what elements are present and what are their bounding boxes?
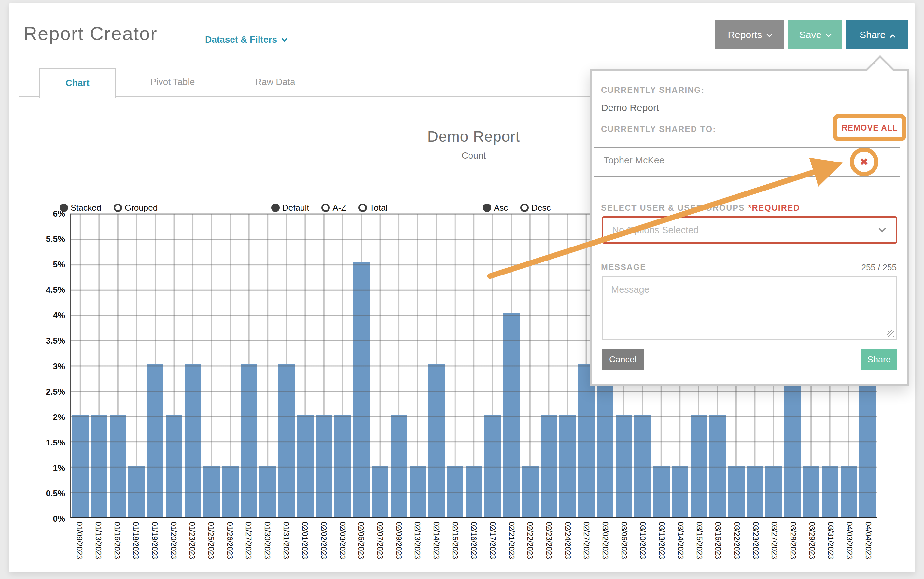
bar	[241, 364, 258, 517]
x-tick-slot: 01/25/2023	[202, 522, 220, 572]
bar-slot	[90, 214, 109, 517]
radio-unselected-icon[interactable]	[322, 203, 330, 212]
x-tick-label: 04/04/2023	[864, 522, 873, 572]
radio-unselected-icon[interactable]	[520, 203, 529, 212]
x-tick-slot: 02/09/2023	[389, 522, 408, 572]
bar	[709, 415, 726, 517]
bar-slot	[446, 214, 465, 517]
share-button[interactable]: Share	[846, 20, 908, 49]
reports-button[interactable]: Reports	[715, 20, 784, 49]
x-tick-label: 01/19/2023	[150, 522, 159, 572]
bar	[147, 364, 164, 517]
x-tick-slot: 01/30/2023	[258, 522, 277, 572]
dataset-filters-label: Dataset & Filters	[205, 34, 277, 45]
bar	[410, 466, 426, 517]
x-tick-label: 04/03/2023	[845, 522, 854, 572]
y-tick-label: 0%	[9, 514, 65, 524]
bar-slot	[315, 214, 333, 517]
x-tick-slot: 02/06/2023	[352, 522, 371, 572]
x-icon: ✖	[860, 156, 868, 168]
y-tick-label: 5%	[9, 260, 65, 270]
radio-option-label: Asc	[494, 203, 508, 213]
tab-pivot-table[interactable]: Pivot Table	[130, 69, 215, 97]
bar	[297, 415, 313, 517]
x-tick-label: 01/26/2023	[225, 522, 234, 572]
radio-option[interactable]: Stacked	[60, 203, 101, 213]
x-tick-label: 01/09/2023	[75, 522, 84, 572]
x-tick-label: 02/21/2023	[507, 522, 516, 572]
x-tick-slot: 03/10/2023	[633, 522, 652, 572]
bar-slot	[71, 214, 90, 517]
x-tick-label: 03/27/2023	[770, 522, 779, 572]
chevron-down-icon	[281, 36, 287, 42]
bar-slot	[483, 214, 502, 517]
bar-slot	[146, 214, 165, 517]
cancel-button[interactable]: Cancel	[602, 349, 644, 370]
x-tick-label: 01/25/2023	[206, 522, 215, 572]
page-title: Report Creator	[23, 19, 158, 48]
shared-report-name: Demo Report	[601, 102, 659, 113]
y-tick-label: 1%	[9, 463, 65, 473]
bar-slot	[258, 214, 278, 517]
radio-option[interactable]: Asc	[483, 203, 508, 213]
share-button-label: Share	[860, 29, 886, 40]
x-tick-slot: 01/19/2023	[145, 522, 164, 572]
user-select-dropdown[interactable]: No Options Selected	[602, 216, 897, 244]
x-tick-label: 03/02/2023	[601, 522, 609, 572]
x-tick-label: 02/24/2023	[563, 522, 572, 572]
save-button[interactable]: Save	[788, 20, 842, 49]
radio-unselected-icon[interactable]	[114, 203, 122, 212]
radio-option[interactable]: Desc	[520, 203, 550, 213]
x-tick-slot: 03/13/2023	[652, 522, 671, 572]
radio-option[interactable]: A-Z	[322, 203, 346, 213]
x-tick-slot: 01/26/2023	[220, 522, 239, 572]
x-tick-label: 03/13/2023	[657, 522, 666, 572]
x-tick-slot: 02/17/2023	[483, 522, 502, 572]
x-tick-slot: 01/23/2023	[183, 522, 202, 572]
bar	[447, 466, 464, 517]
radio-group: AscDesc	[483, 201, 551, 214]
char-counter: 255 / 255	[862, 262, 897, 273]
x-tick-slot: 02/13/2023	[408, 522, 427, 572]
x-tick-slot: 01/16/2023	[108, 522, 126, 572]
bar	[128, 466, 145, 517]
radio-option-label: Default	[282, 203, 309, 213]
x-tick-slot: 02/01/2023	[295, 522, 314, 572]
bar-slot	[427, 214, 446, 517]
remove-all-button[interactable]: REMOVE ALL	[839, 121, 901, 135]
x-tick-label: 03/06/2023	[620, 522, 629, 572]
radio-unselected-icon[interactable]	[359, 203, 367, 212]
x-tick-slot: 02/07/2023	[371, 522, 389, 572]
radio-option[interactable]: Default	[271, 203, 309, 213]
x-tick-label: 03/28/2023	[789, 522, 797, 572]
radio-option[interactable]: Total	[359, 203, 387, 213]
x-tick-slot: 03/02/2023	[596, 522, 615, 572]
x-tick-slot: 03/29/2023	[802, 522, 821, 572]
popover-share-button[interactable]: Share	[861, 349, 897, 370]
x-tick-slot: 01/31/2023	[276, 522, 295, 572]
x-tick-label: 02/13/2023	[413, 522, 422, 572]
row-divider	[594, 176, 900, 177]
y-tick-label: 1.5%	[9, 438, 65, 448]
bar	[166, 415, 182, 517]
tab-raw-data[interactable]: Raw Data	[238, 69, 313, 97]
reports-button-label: Reports	[728, 29, 762, 40]
x-tick-label: 01/23/2023	[188, 522, 196, 572]
x-tick-slot: 03/31/2023	[821, 522, 840, 572]
radio-option[interactable]: Grouped	[114, 203, 158, 213]
bar	[784, 364, 801, 517]
shared-user-name: Topher McKee	[604, 155, 664, 166]
x-tick-label: 02/15/2023	[451, 522, 459, 572]
bar	[335, 415, 351, 517]
message-textarea[interactable]	[602, 276, 897, 340]
bar	[803, 466, 820, 517]
bar	[859, 364, 876, 517]
currently-shared-to-label: CURRENTLY SHARED TO:	[601, 124, 716, 134]
bar	[260, 466, 276, 517]
remove-user-button[interactable]: ✖	[854, 154, 874, 170]
dataset-filters-button[interactable]: Dataset & Filters	[205, 33, 287, 47]
radio-selected-icon[interactable]	[271, 203, 280, 212]
radio-selected-icon[interactable]	[483, 203, 491, 212]
x-tick-slot: 03/22/2023	[727, 522, 746, 572]
tab-chart[interactable]: Chart	[39, 69, 116, 98]
